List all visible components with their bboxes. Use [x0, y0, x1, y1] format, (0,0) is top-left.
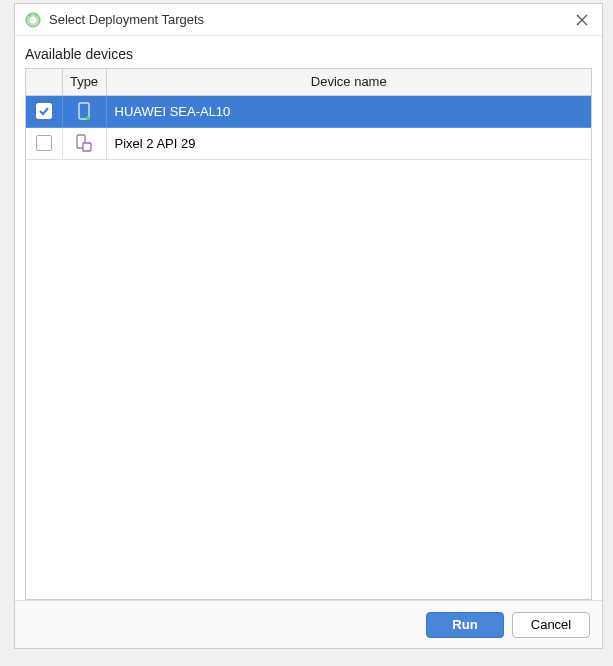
available-devices-label: Available devices — [25, 46, 592, 62]
titlebar: Select Deployment Targets — [15, 4, 602, 36]
dialog-content: Available devices Type Device name — [15, 36, 602, 600]
table-row[interactable]: Pixel 2 API 29 — [26, 127, 591, 159]
svg-rect-9 — [83, 143, 91, 151]
device-table-container: Type Device name — [25, 68, 592, 600]
column-header-type[interactable]: Type — [62, 69, 106, 95]
cancel-button[interactable]: Cancel — [512, 612, 590, 638]
close-icon[interactable] — [572, 10, 592, 30]
virtual-device-icon — [74, 133, 94, 153]
svg-point-7 — [86, 116, 90, 120]
phone-icon — [74, 101, 94, 121]
column-header-device-name[interactable]: Device name — [106, 69, 591, 95]
table-header-row: Type Device name — [26, 69, 591, 95]
table-row[interactable]: HUAWEI SEA-AL10 — [26, 95, 591, 127]
device-name-cell: HUAWEI SEA-AL10 — [106, 95, 591, 127]
column-header-checkbox[interactable] — [26, 69, 62, 95]
device-name-cell: Pixel 2 API 29 — [106, 127, 591, 159]
device-checkbox[interactable] — [36, 135, 52, 151]
svg-point-1 — [30, 16, 37, 23]
dialog-select-deployment-targets: Select Deployment Targets Available devi… — [14, 3, 603, 649]
button-bar: Run Cancel — [15, 600, 602, 648]
android-studio-icon — [25, 12, 41, 28]
device-checkbox[interactable] — [36, 103, 52, 119]
device-table: Type Device name — [26, 69, 591, 160]
window-title: Select Deployment Targets — [49, 12, 572, 27]
run-button[interactable]: Run — [426, 612, 504, 638]
